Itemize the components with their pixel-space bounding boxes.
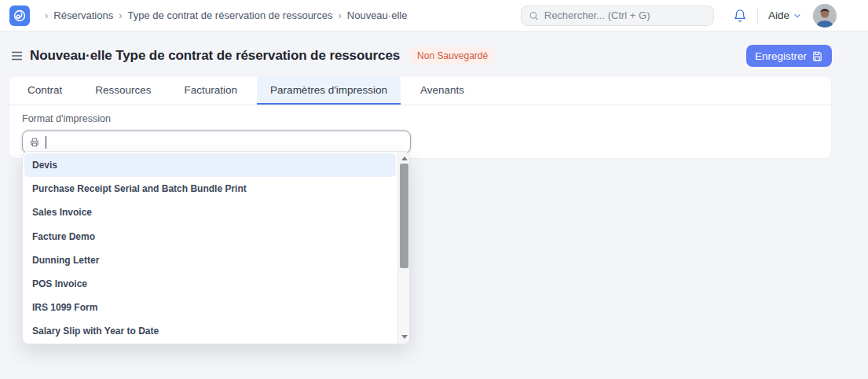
breadcrumb-separator: ›	[45, 9, 48, 21]
dropdown-item[interactable]: Facture Demo	[24, 225, 396, 248]
help-label: Aide	[768, 9, 789, 21]
help-menu[interactable]: Aide	[768, 9, 802, 21]
scrollbar-down-button[interactable]	[398, 331, 410, 343]
dropdown-item-label: POS Invoice	[32, 278, 87, 289]
breadcrumb-item-doctype[interactable]: Type de contrat de réservation de ressou…	[128, 9, 333, 21]
tab-facturation[interactable]: Facturation	[171, 76, 251, 105]
tab-label: Avenants	[420, 84, 464, 96]
swirl-logo-icon	[12, 8, 27, 24]
scrollbar-up-button[interactable]	[398, 153, 410, 164]
breadcrumb-separator: ›	[338, 9, 341, 21]
dropdown-item[interactable]: Dunning Letter	[24, 248, 396, 272]
dropdown-item-label: Devis	[32, 160, 57, 171]
avatar-photo	[813, 4, 837, 28]
global-search[interactable]	[521, 6, 714, 26]
search-icon	[529, 10, 539, 21]
floppy-disk-icon	[811, 50, 823, 62]
page-head: Nouveau·elle Type de contrat de réservat…	[0, 31, 868, 75]
bell-icon	[733, 9, 747, 23]
dropdown-item-label: Facture Demo	[32, 231, 95, 242]
save-button-label: Enregistrer	[755, 50, 807, 62]
scrollbar-thumb[interactable]	[400, 164, 408, 268]
search-input[interactable]	[544, 9, 706, 21]
print-format-input[interactable]	[22, 131, 411, 153]
breadcrumb-separator: ›	[119, 9, 122, 21]
print-format-dropdown: Devis Purchase Receipt Serial and Batch …	[22, 151, 410, 344]
triangle-up-icon	[401, 156, 408, 160]
dropdown-item-label: Sales Invoice	[32, 207, 92, 218]
breadcrumb-item-reservations[interactable]: Réservations	[53, 9, 113, 21]
dropdown-item[interactable]: Devis	[24, 153, 396, 177]
dropdown-item-label: Dunning Letter	[32, 255, 99, 266]
app-logo-icon[interactable]	[9, 6, 30, 26]
notifications-button[interactable]	[733, 9, 747, 23]
dropdown-item[interactable]: IRS 1099 Form	[24, 296, 396, 319]
form-tabs: Contrat Ressources Facturation Paramètre…	[9, 76, 831, 105]
dropdown-item-label: Purchase Receipt Serial and Batch Bundle…	[32, 183, 247, 194]
status-badge: Non Sauvegardé	[409, 47, 496, 64]
triangle-down-icon	[401, 335, 408, 339]
tab-parametres-impression[interactable]: Paramètres d'impression	[257, 76, 401, 105]
navbar-divider	[757, 8, 758, 24]
print-format-label: Format d'impression	[22, 113, 819, 124]
sidebar-toggle-button[interactable]	[11, 50, 23, 61]
dropdown-list: Devis Purchase Receipt Serial and Batch …	[24, 153, 396, 342]
dropdown-item-label: Salary Slip with Year to Date	[32, 326, 159, 337]
dropdown-item-label: IRS 1099 Form	[32, 302, 97, 313]
tab-label: Ressources	[95, 84, 151, 96]
form-card: Contrat Ressources Facturation Paramètre…	[9, 75, 832, 159]
dropdown-item[interactable]: POS Invoice	[24, 272, 396, 296]
form-area: Format d'impression	[9, 105, 831, 153]
page-title: Nouveau·elle Type de contrat de réservat…	[30, 48, 400, 64]
tab-contrat[interactable]: Contrat	[14, 76, 75, 105]
breadcrumb-item-current[interactable]: Nouveau·elle	[347, 9, 408, 21]
dropdown-item[interactable]: Sales Invoice	[24, 201, 396, 224]
tab-label: Paramètres d'impression	[270, 84, 387, 96]
tab-avenants[interactable]: Avenants	[407, 76, 478, 105]
chevron-down-icon	[793, 11, 802, 20]
hamburger-icon	[11, 50, 23, 61]
dropdown-item[interactable]: Salary Slip with Year to Date	[24, 319, 396, 343]
tab-ressources[interactable]: Ressources	[82, 76, 164, 105]
dropdown-scrollbar[interactable]	[397, 152, 409, 344]
dropdown-item[interactable]: Purchase Receipt Serial and Batch Bundle…	[24, 177, 396, 201]
tab-label: Facturation	[185, 84, 238, 96]
navbar: › Réservations › Type de contrat de rése…	[0, 0, 868, 31]
text-caret	[46, 136, 46, 149]
breadcrumb: › Réservations › Type de contrat de rése…	[39, 9, 407, 21]
user-avatar[interactable]	[813, 4, 837, 28]
tab-label: Contrat	[27, 84, 62, 96]
save-button[interactable]: Enregistrer	[746, 45, 832, 67]
printer-icon	[30, 138, 39, 147]
